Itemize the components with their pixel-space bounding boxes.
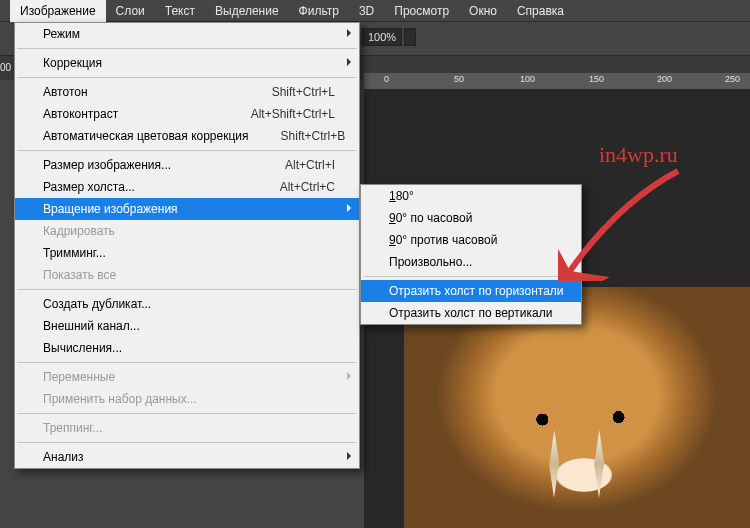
menu-item-trim[interactable]: Тримминг...	[15, 242, 359, 264]
menu-item-trap: Треппинг...	[15, 417, 359, 439]
image-rotation-submenu: 180° 90° по часовой 90° против часовой П…	[360, 184, 582, 325]
menu-item-apply-data-set: Применить набор данных...	[15, 388, 359, 410]
submenu-arrow-icon	[347, 452, 351, 460]
menu-separator	[363, 276, 579, 277]
menu-separator	[17, 362, 357, 363]
menu-shortcut: Alt+Shift+Ctrl+L	[219, 107, 335, 121]
ruler-tick: 250	[725, 74, 740, 84]
menu-label: Автоматическая цветовая коррекция	[43, 129, 249, 143]
menu-item-apply-image[interactable]: Внешний канал...	[15, 315, 359, 337]
menu-3d[interactable]: 3D	[349, 0, 384, 22]
menu-separator	[17, 442, 357, 443]
submenu-arrow-icon	[347, 372, 351, 380]
menu-shortcut: Alt+Ctrl+C	[248, 180, 335, 194]
zoom-level[interactable]: 100%	[362, 28, 402, 46]
menu-item-adjustments[interactable]: Коррекция	[15, 52, 359, 74]
menu-separator	[17, 150, 357, 151]
menu-item-rotate-90-ccw[interactable]: 90° против часовой	[361, 229, 581, 251]
menu-label: Переменные	[43, 370, 115, 384]
image-menu-dropdown: Режим Коррекция Автотон Shift+Ctrl+L Авт…	[14, 22, 360, 469]
menu-item-crop: Кадрировать	[15, 220, 359, 242]
zoom-dropdown-button[interactable]	[404, 28, 416, 46]
menu-separator	[17, 413, 357, 414]
menu-text[interactable]: Текст	[155, 0, 205, 22]
menu-shortcut: Shift+Ctrl+L	[240, 85, 335, 99]
menu-item-flip-horizontal[interactable]: Отразить холст по горизонтали	[361, 280, 581, 302]
menu-label: Внешний канал...	[43, 319, 140, 333]
menu-label: Отразить холст по вертикали	[389, 306, 552, 320]
menu-item-auto-contrast[interactable]: Автоконтраст Alt+Shift+Ctrl+L	[15, 103, 359, 125]
menu-item-mode[interactable]: Режим	[15, 23, 359, 45]
menu-label: 90° по часовой	[389, 211, 472, 225]
menu-label: Треппинг...	[43, 421, 102, 435]
ruler-tick: 100	[520, 74, 535, 84]
menu-label: Размер холста...	[43, 180, 135, 194]
menu-label: Анализ	[43, 450, 84, 464]
menu-item-reveal-all: Показать все	[15, 264, 359, 286]
menu-label: 180°	[389, 189, 414, 203]
menu-label: Размер изображения...	[43, 158, 171, 172]
ruler-tick: 0	[384, 74, 389, 84]
menu-label: Коррекция	[43, 56, 102, 70]
menu-label: Тримминг...	[43, 246, 106, 260]
menu-label: Создать дубликат...	[43, 297, 151, 311]
menu-item-analysis[interactable]: Анализ	[15, 446, 359, 468]
watermark-text: in4wp.ru	[599, 142, 678, 168]
menu-label: Отразить холст по горизонтали	[389, 284, 564, 298]
menu-label: 90° против часовой	[389, 233, 497, 247]
menu-item-flip-vertical[interactable]: Отразить холст по вертикали	[361, 302, 581, 324]
menu-label: Вращение изображения	[43, 202, 178, 216]
menu-item-rotate-180[interactable]: 180°	[361, 185, 581, 207]
menu-item-canvas-size[interactable]: Размер холста... Alt+Ctrl+C	[15, 176, 359, 198]
ruler-tick: 200	[657, 74, 672, 84]
menu-select[interactable]: Выделение	[205, 0, 289, 22]
menu-separator	[17, 48, 357, 49]
menu-item-auto-tone[interactable]: Автотон Shift+Ctrl+L	[15, 81, 359, 103]
menu-help[interactable]: Справка	[507, 0, 574, 22]
menu-label: Вычисления...	[43, 341, 122, 355]
menu-label: Режим	[43, 27, 80, 41]
menu-shortcut: Shift+Ctrl+B	[249, 129, 346, 143]
menu-item-variables: Переменные	[15, 366, 359, 388]
submenu-arrow-icon	[347, 204, 351, 212]
menu-image[interactable]: Изображение	[10, 0, 106, 22]
menu-filter[interactable]: Фильтр	[289, 0, 349, 22]
ruler-tick: 50	[454, 74, 464, 84]
submenu-arrow-icon	[347, 58, 351, 66]
menu-item-arbitrary[interactable]: Произвольно...	[361, 251, 581, 273]
menu-separator	[17, 289, 357, 290]
menu-label: Автотон	[43, 85, 88, 99]
menu-window[interactable]: Окно	[459, 0, 507, 22]
menu-label: Применить набор данных...	[43, 392, 197, 406]
menu-item-auto-color[interactable]: Автоматическая цветовая коррекция Shift+…	[15, 125, 359, 147]
menu-item-duplicate[interactable]: Создать дубликат...	[15, 293, 359, 315]
menu-label: Кадрировать	[43, 224, 115, 238]
menu-layers[interactable]: Слои	[106, 0, 155, 22]
submenu-arrow-icon	[347, 29, 351, 37]
ruler-tick: 150	[589, 74, 604, 84]
left-ruler-tick: 00	[0, 62, 11, 73]
menu-separator	[17, 77, 357, 78]
menu-shortcut: Alt+Ctrl+I	[253, 158, 335, 172]
menu-label: Показать все	[43, 268, 116, 282]
menu-item-image-rotation[interactable]: Вращение изображения	[15, 198, 359, 220]
top-ruler: 0 50 100 150 200 250	[364, 73, 750, 89]
menu-item-calculations[interactable]: Вычисления...	[15, 337, 359, 359]
menu-label: Автоконтраст	[43, 107, 118, 121]
menu-item-rotate-90-cw[interactable]: 90° по часовой	[361, 207, 581, 229]
menu-view[interactable]: Просмотр	[384, 0, 459, 22]
menu-item-image-size[interactable]: Размер изображения... Alt+Ctrl+I	[15, 154, 359, 176]
menu-label: Произвольно...	[389, 255, 472, 269]
menubar: Изображение Слои Текст Выделение Фильтр …	[0, 0, 750, 22]
